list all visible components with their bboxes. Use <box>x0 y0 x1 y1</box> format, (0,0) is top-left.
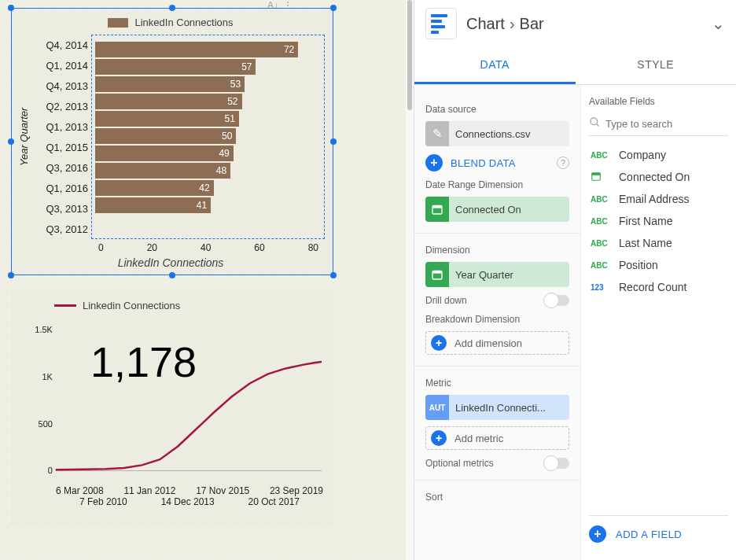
legend-swatch <box>108 18 128 28</box>
category-label: Q1, 2013 <box>31 121 88 133</box>
data-config: Data source ✎ Connections.csv + BLEND DA… <box>414 85 580 560</box>
svg-text:500: 500 <box>39 419 53 429</box>
resize-handle[interactable] <box>330 138 337 145</box>
data-source-chip[interactable]: ✎ Connections.csv <box>425 121 569 146</box>
search-icon <box>589 116 601 131</box>
breadcrumb[interactable]: Chart › Bar <box>466 15 544 33</box>
label-metric: Metric <box>425 378 569 389</box>
field-name: Company <box>619 149 666 161</box>
x-tick: 0 <box>98 242 104 253</box>
plus-icon: + <box>589 525 606 543</box>
svg-line-10 <box>596 123 598 126</box>
x-tick: 20 Oct 2017 <box>248 496 300 507</box>
field-item[interactable]: Connected On <box>589 166 728 188</box>
dimension-chip[interactable]: Year Quarter <box>425 262 569 287</box>
field-type-icon: ABC <box>591 151 611 160</box>
x-tick: 17 Nov 2015 <box>196 485 249 496</box>
date-range-field: Connected On <box>449 204 569 216</box>
add-field-label: ADD A FIELD <box>616 529 682 540</box>
field-item[interactable]: ABCLast Name <box>589 232 728 254</box>
field-name: Position <box>619 259 658 271</box>
bar: 49 <box>95 145 321 161</box>
category-label: Q4, 2013 <box>31 80 88 92</box>
label-date-range: Date Range Dimension <box>425 179 569 190</box>
add-metric-zone[interactable]: + Add metric <box>425 426 569 450</box>
bar: 52 <box>95 93 321 109</box>
field-item[interactable]: ABCFirst Name <box>589 210 728 232</box>
date-range-chip[interactable]: Connected On <box>425 197 569 222</box>
bar: 57 <box>95 58 321 75</box>
field-name: Last Name <box>619 237 672 249</box>
x-ticks-row1: 6 Mar 200811 Jan 201217 Nov 201523 Sep 2… <box>56 485 323 496</box>
chart-legend: LinkedIn Connections <box>17 17 325 28</box>
plot-area: 72575352515049484241 <box>91 35 325 239</box>
chevron-down-icon[interactable]: ⌄ <box>712 14 725 33</box>
add-field-button[interactable]: + ADD A FIELD <box>589 515 728 549</box>
drill-down-toggle[interactable] <box>544 295 569 306</box>
data-source-name: Connections.csv <box>449 128 569 140</box>
line-chart[interactable]: Linkedin Connections 1,178 1.5K1K5000 6 … <box>11 289 333 525</box>
svg-text:0: 0 <box>48 466 53 476</box>
chart-legend: Linkedin Connections <box>54 300 323 311</box>
svg-rect-6 <box>432 205 442 208</box>
report-canvas[interactable]: A↓ ⋮ LinkedIn Connections Year Quarter Q… <box>0 0 406 560</box>
resize-handle[interactable] <box>169 5 175 11</box>
pencil-icon[interactable]: ✎ <box>425 121 449 146</box>
crumb-chart: Chart <box>466 15 505 33</box>
help-icon[interactable]: ? <box>557 157 569 169</box>
bar: 42 <box>95 179 321 196</box>
canvas-scrollbar[interactable] <box>406 0 414 560</box>
plus-icon[interactable]: + <box>425 154 443 171</box>
calendar-icon <box>425 197 449 222</box>
field-item[interactable]: ABCEmail Address <box>589 188 728 210</box>
category-label: Q1, 2014 <box>31 60 88 72</box>
fields-search-input[interactable] <box>605 118 736 130</box>
chart-type-icon[interactable] <box>425 8 457 39</box>
legend-label: Linkedin Connections <box>83 300 180 311</box>
field-name: Email Address <box>619 193 689 205</box>
blend-data-button[interactable]: BLEND DATA <box>451 157 516 169</box>
tab-style[interactable]: STYLE <box>576 47 737 84</box>
dimension-field: Year Quarter <box>449 269 569 281</box>
bar: 48 <box>95 162 321 179</box>
field-type-icon: ABC <box>591 239 611 248</box>
svg-rect-8 <box>432 271 442 273</box>
label-drill-down: Drill down <box>425 295 467 306</box>
field-item[interactable]: ABCPosition <box>589 254 728 276</box>
tab-data[interactable]: DATA <box>414 47 576 84</box>
category-label: Q3, 2013 <box>31 203 88 215</box>
category-label: Q3, 2016 <box>31 162 88 174</box>
x-tick: 20 <box>147 242 157 253</box>
field-name: Record Count <box>619 281 686 293</box>
bar: 41 <box>95 197 321 213</box>
field-type-icon <box>591 171 611 183</box>
properties-panel: Chart › Bar ⌄ DATA STYLE Data source ✎ C… <box>414 0 736 560</box>
y-categories: Q4, 2014Q1, 2014Q4, 2013Q2, 2013Q1, 2013… <box>31 35 91 239</box>
x-tick: 6 Mar 2008 <box>56 485 104 496</box>
resize-handle[interactable] <box>8 138 14 145</box>
resize-handle[interactable] <box>8 272 14 278</box>
field-item[interactable]: ABCCompany <box>589 144 728 166</box>
field-type-icon: ABC <box>591 195 611 204</box>
resize-handle[interactable] <box>330 5 337 11</box>
x-tick: 40 <box>201 242 211 253</box>
field-name: Connected On <box>619 171 690 183</box>
optional-metrics-toggle[interactable] <box>544 458 569 469</box>
scroll-thumb[interactable] <box>407 0 412 110</box>
metric-chip[interactable]: AUT LinkedIn Connecti... <box>425 395 569 420</box>
bar-chart[interactable]: LinkedIn Connections Year Quarter Q4, 20… <box>11 8 333 275</box>
resize-handle[interactable] <box>8 5 14 11</box>
label-data-source: Data source <box>425 104 569 115</box>
resize-handle[interactable] <box>330 272 337 278</box>
x-tick: 80 <box>308 242 318 253</box>
bar: 51 <box>95 110 321 127</box>
field-item[interactable]: 123Record Count <box>589 276 728 298</box>
svg-text:1K: 1K <box>42 372 53 381</box>
x-axis-ticks: 020406080 <box>98 242 318 253</box>
resize-handle[interactable] <box>169 272 175 278</box>
plus-icon: + <box>431 430 447 446</box>
fields-list: ABCCompanyConnected OnABCEmail AddressAB… <box>589 144 728 298</box>
label-dimension: Dimension <box>425 245 569 256</box>
bar: 72 <box>95 41 321 57</box>
add-dimension-zone[interactable]: + Add dimension <box>425 331 569 355</box>
